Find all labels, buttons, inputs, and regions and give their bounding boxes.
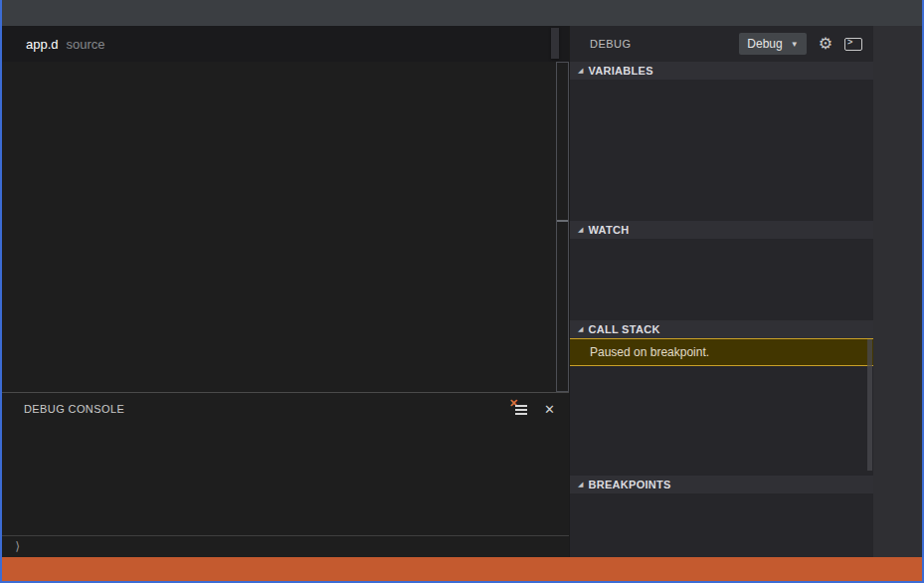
collapse-icon: ◢ xyxy=(578,325,583,333)
console-prompt: ⟩ xyxy=(2,539,21,553)
activity-bar xyxy=(873,26,922,557)
debug-panel-title: DEBUG xyxy=(590,38,632,50)
call-stack-list xyxy=(570,366,873,476)
section-header-watch[interactable]: ◢ WATCH xyxy=(570,221,873,239)
variables-list xyxy=(570,80,873,221)
debug-console-input[interactable]: ⟩ xyxy=(2,535,569,555)
editor-scrollbar[interactable] xyxy=(556,62,569,392)
debug-console-panel: DEBUG CONSOLE ✕ ✕ ⟩ xyxy=(2,392,569,557)
debug-sidebar: DEBUG Debug ▼ ⚙ > ◢ VARIABLES ◢ WATCH xyxy=(569,26,873,557)
gear-icon[interactable]: ⚙ xyxy=(819,36,832,52)
tabbar: app.d source xyxy=(2,26,569,62)
section-header-call-stack[interactable]: ◢ CALL STACK xyxy=(570,320,873,338)
collapse-icon: ◢ xyxy=(578,67,583,75)
vscode-window: app.d source DEBUG CONSOLE ✕ ✕ ⟩ xyxy=(0,0,924,583)
section-header-variables[interactable]: ◢ VARIABLES xyxy=(570,62,873,80)
paused-banner: Paused on breakpoint. xyxy=(570,338,873,366)
section-header-breakpoints[interactable]: ◢ BREAKPOINTS xyxy=(570,476,873,493)
close-icon[interactable]: ✕ xyxy=(544,402,555,417)
sidebar-scrollbar[interactable] xyxy=(867,339,872,471)
debug-config-label: Debug xyxy=(747,37,782,51)
status-bar xyxy=(2,557,922,581)
debug-config-dropdown[interactable]: Debug ▼ xyxy=(739,33,806,55)
breakpoints-list xyxy=(570,493,873,557)
menubar xyxy=(2,0,922,26)
collapse-icon: ◢ xyxy=(578,481,583,488)
debug-console-output xyxy=(2,421,569,427)
collapse-icon: ◢ xyxy=(578,226,583,234)
chevron-down-icon: ▼ xyxy=(791,40,799,49)
open-console-icon[interactable]: > xyxy=(844,38,862,51)
watch-list xyxy=(570,239,873,320)
debug-toolbar xyxy=(551,28,559,59)
tab-file-hint: source xyxy=(67,37,105,52)
debug-console-title: DEBUG CONSOLE xyxy=(24,403,124,415)
tab-file-name[interactable]: app.d xyxy=(26,37,59,52)
debug-panel-header: DEBUG Debug ▼ ⚙ > xyxy=(570,26,873,62)
editor-column: app.d source DEBUG CONSOLE ✕ ✕ ⟩ xyxy=(2,26,569,557)
main-area: app.d source DEBUG CONSOLE ✕ ✕ ⟩ xyxy=(2,26,922,557)
clear-console-icon[interactable]: ✕ xyxy=(511,402,527,416)
debug-console-header: DEBUG CONSOLE ✕ ✕ xyxy=(2,393,569,421)
code-editor[interactable] xyxy=(2,62,569,392)
